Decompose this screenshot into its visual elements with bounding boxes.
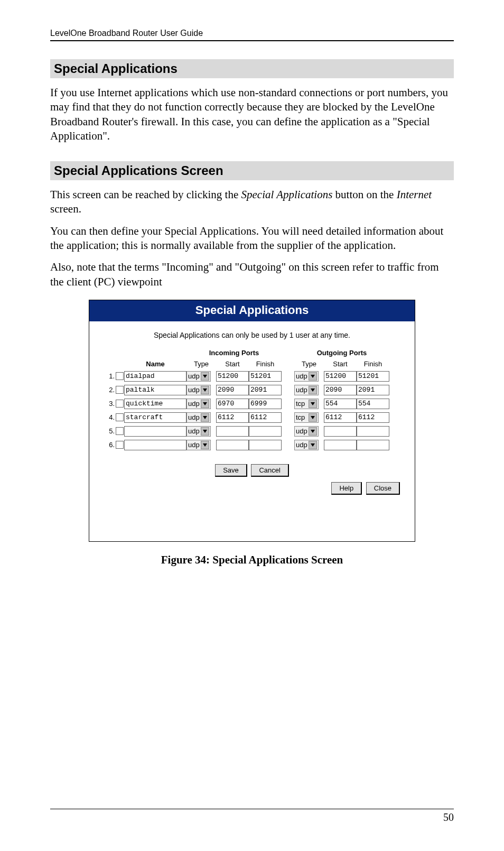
in-start-input[interactable] [216,371,249,382]
out-start-input[interactable] [324,399,357,409]
row-checkbox[interactable] [116,427,124,435]
svg-marker-1 [311,375,315,378]
col-out-type: Type [294,360,324,368]
svg-marker-11 [311,443,315,447]
in-start-input[interactable] [216,399,249,409]
col-outgoing: Outgoing Ports [294,349,389,357]
row-num: 5. [101,427,115,435]
page-header: LevelOne Broadband Router User Guide [50,29,454,41]
col-in-finish: Finish [249,360,282,368]
name-input[interactable] [124,426,186,437]
row-num: 6. [101,441,115,449]
in-type-select[interactable]: udp [186,426,211,437]
save-button[interactable]: Save [215,464,247,477]
select-value: udp [296,386,309,394]
out-type-select[interactable]: tcp [294,412,319,423]
row-num: 3. [101,400,115,408]
out-finish-input[interactable] [357,412,389,423]
col-in-type: Type [186,360,216,368]
in-type-select[interactable]: udp [186,399,211,409]
reach-italic-1: Special Applications [241,188,333,201]
in-type-select[interactable]: udp [186,371,211,382]
chevron-down-icon [309,372,317,381]
in-type-select[interactable]: udp [186,440,211,450]
out-start-input[interactable] [324,426,357,437]
in-start-input[interactable] [216,385,249,395]
svg-marker-7 [311,416,315,419]
name-input[interactable] [124,371,186,382]
in-finish-input[interactable] [249,385,282,395]
out-type-select[interactable]: udp [294,440,319,450]
out-start-input[interactable] [324,440,357,450]
chevron-down-icon [309,427,317,436]
name-input[interactable] [124,412,186,423]
select-value: udp [188,427,201,435]
in-start-input[interactable] [216,412,249,423]
row-checkbox[interactable] [116,372,124,380]
out-finish-input[interactable] [357,385,389,395]
page-footer: 50 [50,809,454,824]
out-finish-input[interactable] [357,426,389,437]
figure-caption: Figure 34: Special Applications Screen [161,553,343,567]
special-apps-screenshot: Special Applications Special Application… [89,300,415,542]
in-start-input[interactable] [216,426,249,437]
chevron-down-icon [309,413,317,422]
out-type-select[interactable]: udp [294,426,319,437]
select-value: udp [188,441,201,449]
in-finish-input[interactable] [249,399,282,409]
name-input[interactable] [124,440,186,450]
page-number: 50 [443,811,454,823]
out-type-select[interactable]: udp [294,385,319,395]
screenshot-title: Special Applications [89,300,415,321]
chevron-down-icon [201,400,209,408]
col-name: Name [124,360,186,368]
out-start-input[interactable] [324,412,357,423]
reach-text-b: button on the [332,188,396,201]
svg-marker-0 [203,375,207,378]
in-finish-input[interactable] [249,440,282,450]
chevron-down-icon [309,386,317,394]
section-heading-special-apps-screen: Special Applications Screen [50,161,454,180]
out-finish-input[interactable] [357,440,389,450]
row-checkbox[interactable] [116,386,124,394]
out-type-select[interactable]: tcp [294,399,319,409]
row-num: 1. [101,372,115,380]
col-out-finish: Finish [357,360,389,368]
cancel-button[interactable]: Cancel [251,464,288,477]
help-button[interactable]: Help [331,482,362,495]
screenshot-note: Special Applications can only be used by… [101,331,403,339]
out-start-input[interactable] [324,385,357,395]
section-heading-special-apps: Special Applications [50,59,454,78]
apps-grid: Incoming Ports Outgoing Ports Name Type … [101,349,403,450]
select-value: udp [296,441,309,449]
out-start-input[interactable] [324,371,357,382]
row-checkbox[interactable] [116,441,124,449]
row-checkbox[interactable] [116,400,124,408]
svg-marker-10 [203,443,207,447]
reach-text-a: This screen can be reached by clicking t… [50,188,241,201]
close-button[interactable]: Close [366,482,400,495]
also-note-para: Also, note that the terms "Incoming" and… [50,260,454,289]
header-title: LevelOne Broadband Router User Guide [50,29,203,38]
col-out-start: Start [324,360,357,368]
chevron-down-icon [309,441,317,449]
name-input[interactable] [124,399,186,409]
row-checkbox[interactable] [116,413,124,421]
svg-marker-2 [203,388,207,392]
in-type-select[interactable]: udp [186,385,211,395]
reach-italic-2: Internet [397,188,432,201]
out-finish-input[interactable] [357,399,389,409]
chevron-down-icon [201,386,209,394]
name-input[interactable] [124,385,186,395]
chevron-down-icon [201,427,209,436]
in-finish-input[interactable] [249,412,282,423]
select-value: udp [296,372,309,380]
chevron-down-icon [201,441,209,449]
out-type-select[interactable]: udp [294,371,319,382]
out-finish-input[interactable] [357,371,389,382]
in-type-select[interactable]: udp [186,412,211,423]
in-finish-input[interactable] [249,426,282,437]
in-finish-input[interactable] [249,371,282,382]
define-para: You can then define your Special Applica… [50,224,454,253]
in-start-input[interactable] [216,440,249,450]
